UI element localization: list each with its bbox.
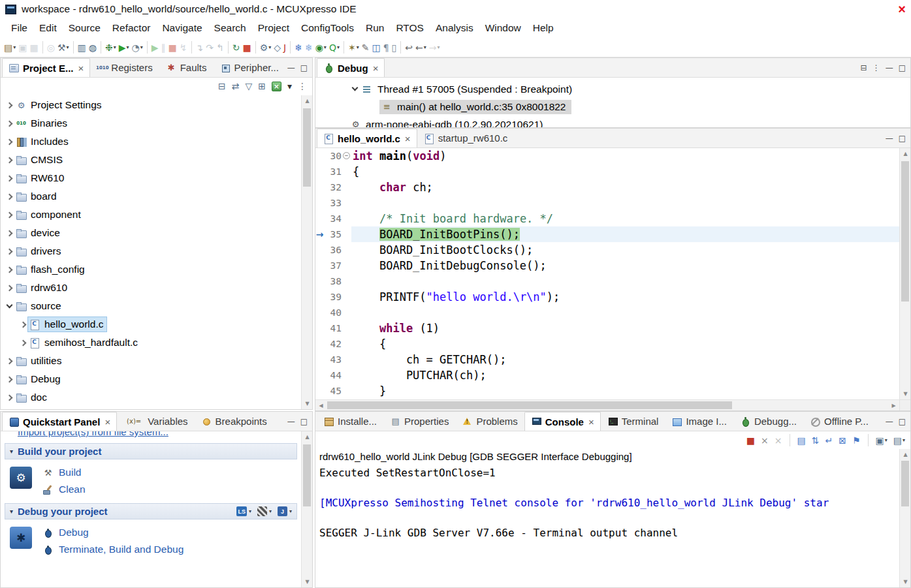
- tree-item-rdrw610[interactable]: rdrw610: [1, 279, 301, 297]
- maximize-button[interactable]: □: [899, 134, 906, 142]
- overflow-button[interactable]: ⋮: [296, 78, 308, 94]
- dropdown-arrow-icon[interactable]: ▾: [249, 508, 251, 514]
- menu-refactor[interactable]: Refactor: [106, 20, 157, 37]
- dropdown-arrow-icon[interactable]: ▾: [268, 44, 271, 50]
- scroll-up-icon[interactable]: ▲: [900, 148, 911, 159]
- chevron-right-icon[interactable]: [7, 266, 13, 273]
- tree-item-utilities[interactable]: utilities: [1, 352, 301, 370]
- scrollbar-thumb[interactable]: [303, 108, 311, 187]
- forward-button[interactable]: →▾: [428, 40, 441, 55]
- block-selection-button[interactable]: ▯: [391, 40, 398, 55]
- analysis-trace-button[interactable]: ◫: [370, 40, 381, 55]
- minimize-button[interactable]: —: [287, 64, 295, 72]
- chevron-right-icon[interactable]: [7, 248, 13, 255]
- dropdown-arrow-icon[interactable]: ▾: [324, 44, 327, 50]
- save-all-button[interactable]: ▦: [28, 40, 39, 55]
- clear-console-button[interactable]: ⊠: [837, 433, 848, 448]
- chevron-right-icon[interactable]: [7, 193, 13, 200]
- debug-launch-button[interactable]: ❉▾: [104, 40, 118, 55]
- menu-file[interactable]: File: [5, 20, 33, 37]
- scroll-left-icon[interactable]: ◀: [315, 400, 327, 411]
- expand-all-button[interactable]: ⊞: [257, 78, 267, 94]
- toggle-link-editor-button[interactable]: ◇: [272, 40, 282, 55]
- search-button[interactable]: ◍: [88, 40, 98, 55]
- tree-item-device[interactable]: device: [1, 224, 301, 242]
- menu-rtos[interactable]: RTOS: [390, 20, 430, 37]
- save-button[interactable]: ▣: [17, 40, 28, 55]
- dropdown-arrow-icon[interactable]: ▾: [127, 44, 129, 50]
- close-tab-icon[interactable]: ×: [588, 416, 594, 427]
- tab-console[interactable]: Console×: [524, 412, 601, 431]
- chevron-right-icon[interactable]: [7, 285, 13, 291]
- remove-launch-button[interactable]: ×: [759, 433, 770, 448]
- close-tab-icon[interactable]: ×: [104, 416, 110, 427]
- link-with-editor-button[interactable]: ⇄: [231, 78, 241, 94]
- pause-all-refresh-button[interactable]: ❄: [304, 40, 314, 55]
- quickstart-scrollbar[interactable]: ▲ ▼: [301, 431, 312, 587]
- chevron-right-icon[interactable]: [7, 376, 13, 382]
- scrollbar-thumb[interactable]: [901, 461, 909, 506]
- quickstart-build[interactable]: ⚒Build: [42, 467, 86, 478]
- tree-item-binaries[interactable]: Binaries: [1, 114, 301, 132]
- minimize-button[interactable]: —: [886, 134, 893, 142]
- dropdown-arrow-icon[interactable]: ▾: [13, 44, 16, 50]
- probe-linkserver-button[interactable]: LS▾: [236, 506, 251, 516]
- dropdown-arrow-icon[interactable]: ▾: [269, 508, 272, 514]
- new-console-view-button[interactable]: ▥: [76, 40, 88, 55]
- dropdown-arrow-icon[interactable]: ▾: [114, 44, 116, 50]
- window-close-button[interactable]: ×: [898, 1, 906, 18]
- probe-jlink-button[interactable]: J▾: [278, 506, 292, 516]
- pin-console-button[interactable]: ⚑: [851, 433, 862, 448]
- close-tab-icon[interactable]: ×: [373, 63, 379, 74]
- tab-peripher[interactable]: Peripher...: [214, 58, 285, 77]
- fold-collapse-icon[interactable]: −: [343, 152, 350, 159]
- disconnect-button[interactable]: ↯: [178, 40, 189, 55]
- step-over-button[interactable]: ↷: [204, 40, 215, 55]
- maximize-button[interactable]: □: [899, 418, 906, 426]
- tree-item-rw610[interactable]: RW610: [1, 169, 301, 187]
- minimize-button[interactable]: —: [886, 64, 893, 72]
- probe-pemicro-button[interactable]: ▾: [257, 506, 272, 516]
- maximize-button[interactable]: □: [300, 418, 308, 426]
- remove-all-launches-button[interactable]: ×: [773, 433, 784, 448]
- display-selected-console-button[interactable]: ▣▾: [874, 433, 889, 448]
- tab-debug[interactable]: Debug×: [317, 58, 385, 77]
- profile-launch-button[interactable]: ◔▾: [131, 40, 144, 55]
- scroll-lock-button[interactable]: ⇅: [810, 433, 821, 448]
- step-return-button[interactable]: ↰: [215, 40, 225, 55]
- chevron-right-icon[interactable]: [7, 230, 13, 236]
- console-output[interactable]: rdrw610_hello_world JLink Debug [GDB SEG…: [315, 449, 899, 587]
- maximize-button[interactable]: □: [899, 64, 906, 72]
- tab-hello-world-c[interactable]: hello_world.c×: [317, 129, 417, 147]
- tab-variables[interactable]: Variables: [117, 412, 194, 431]
- menu-search[interactable]: Search: [208, 20, 252, 37]
- tree-item-flash-config[interactable]: flash_config: [1, 260, 301, 279]
- restart-button[interactable]: ↻: [231, 40, 242, 55]
- scrollbar-thumb[interactable]: [327, 401, 732, 409]
- terminate-console-button[interactable]: ■: [745, 433, 756, 448]
- close-tab-icon[interactable]: ×: [78, 63, 84, 74]
- tree-item-board[interactable]: board: [1, 187, 301, 206]
- tab-installe[interactable]: Installe...: [317, 412, 383, 431]
- config-wizard-button[interactable]: ✶▾: [347, 40, 360, 55]
- dropdown-arrow-icon[interactable]: ▾: [438, 44, 440, 50]
- chevron-down-icon[interactable]: [7, 302, 13, 308]
- tab-debugg[interactable]: Debugg...: [733, 412, 803, 431]
- dropdown-arrow-icon[interactable]: ▾: [67, 44, 69, 50]
- terminate-all-button[interactable]: ■: [241, 40, 252, 55]
- tab-offline-p[interactable]: Offline P...: [803, 412, 875, 431]
- scroll-up-icon[interactable]: ▲: [900, 449, 911, 460]
- jlink-script-button[interactable]: J: [282, 40, 287, 55]
- chevron-right-icon[interactable]: [7, 394, 13, 401]
- tab-breakpoints[interactable]: Breakpoints: [195, 412, 274, 431]
- chevron-right-icon[interactable]: [7, 175, 13, 181]
- collapse-all-button[interactable]: ⊟: [861, 64, 867, 72]
- resume-button[interactable]: ▶: [150, 40, 160, 55]
- run-launch-button[interactable]: ▶▾: [118, 40, 131, 55]
- dropdown-arrow-icon[interactable]: ▾: [140, 44, 143, 50]
- section-header-build-your-project[interactable]: ▾Build your project: [5, 443, 297, 459]
- chevron-right-icon[interactable]: [20, 339, 27, 346]
- last-edit-location-button[interactable]: ↩: [404, 40, 414, 55]
- tab-registers[interactable]: Registers: [90, 58, 159, 77]
- external-tools-button[interactable]: ⚙▾: [259, 40, 273, 55]
